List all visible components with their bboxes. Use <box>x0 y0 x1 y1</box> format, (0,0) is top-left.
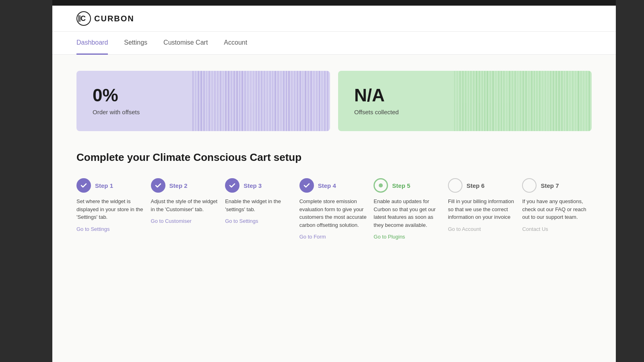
step-link-7[interactable]: Contact Us <box>522 226 592 232</box>
step-item-1: Step 1 Set where the widget is displayed… <box>76 178 146 232</box>
step-icon-2 <box>151 178 165 193</box>
step-desc-2: Adjust the style of the widget in the 'C… <box>151 197 221 213</box>
step-desc-7: If you have any questions, check out our… <box>522 197 592 221</box>
logo-icon: C <box>76 11 91 26</box>
stat-card-offsets: N/A Offsets collected <box>338 71 592 131</box>
step-desc-1: Set where the widget is displayed in you… <box>76 197 146 221</box>
checkmark-icon-1 <box>80 182 87 189</box>
step-label-5: Step 5 <box>392 182 410 189</box>
nav-item-customise-cart[interactable]: Customise Cart <box>163 32 208 55</box>
step-label-1: Step 1 <box>95 182 113 189</box>
step-item-7: Step 7 If you have any questions, check … <box>522 178 592 232</box>
step-link-3[interactable]: Go to Settings <box>225 218 295 224</box>
step-link-6[interactable]: Go to Account <box>448 226 518 232</box>
nav: Dashboard Settings Customise Cart Accoun… <box>52 32 616 55</box>
stats-row: 0% Order with offsets N/A Offsets collec… <box>76 71 592 131</box>
step-header-7: Step 7 <box>522 178 592 193</box>
app-container: C CURBON Dashboard Settings Customise Ca… <box>52 0 616 362</box>
main-content: 0% Order with offsets N/A Offsets collec… <box>52 55 616 256</box>
step-icon-4 <box>299 178 314 193</box>
nav-item-dashboard[interactable]: Dashboard <box>76 32 108 55</box>
step-desc-6: Fill in your billing information so that… <box>448 197 518 221</box>
stat-label-offsets: Offsets collected <box>354 109 576 115</box>
step-icon-7 <box>522 178 537 193</box>
step-header-6: Step 6 <box>448 178 518 193</box>
stat-value-offsets: N/A <box>354 85 576 105</box>
checkmark-icon-3 <box>229 182 236 189</box>
step-label-3: Step 3 <box>244 182 262 189</box>
logo-text: CURBON <box>94 14 134 23</box>
step-label-6: Step 6 <box>466 182 485 189</box>
step-desc-4: Complete store emission evaluation form … <box>299 197 369 229</box>
step-header-4: Step 4 <box>299 178 369 193</box>
stat-card-orders: 0% Order with offsets <box>76 71 330 131</box>
stat-label-orders: Order with offsets <box>93 109 314 115</box>
step-link-1[interactable]: Go to Settings <box>76 226 146 232</box>
setup-section: Complete your Climate Conscious Cart set… <box>76 151 592 240</box>
step-item-5: Step 5 Enable auto updates for Curbon so… <box>374 178 443 240</box>
svg-text:C: C <box>80 14 86 23</box>
top-bar <box>52 0 616 6</box>
step-header-5: Step 5 <box>374 178 443 193</box>
step-link-5[interactable]: Go to Plugins <box>374 234 443 240</box>
setup-title: Complete your Climate Conscious Cart set… <box>76 151 592 164</box>
checkmark-icon-4 <box>303 182 310 189</box>
nav-item-account[interactable]: Account <box>224 32 247 55</box>
step-item-4: Step 4 Complete store emission evaluatio… <box>299 178 369 240</box>
checkmark-icon-2 <box>155 182 162 189</box>
step-label-4: Step 4 <box>318 182 336 189</box>
step-label-7: Step 7 <box>541 182 559 189</box>
step-icon-3 <box>225 178 239 193</box>
header: C CURBON <box>52 6 616 32</box>
step-item-3: Step 3 Enable the widget in the 'setting… <box>225 178 295 224</box>
step-header-3: Step 3 <box>225 178 295 193</box>
stat-value-orders: 0% <box>93 85 314 105</box>
step-header-1: Step 1 <box>76 178 146 193</box>
step-item-2: Step 2 Adjust the style of the widget in… <box>151 178 221 224</box>
step-icon-6 <box>448 178 462 193</box>
step-item-6: Step 6 Fill in your billing information … <box>448 178 518 232</box>
nav-item-settings[interactable]: Settings <box>124 32 147 55</box>
step-desc-5: Enable auto updates for Curbon so that y… <box>374 197 443 229</box>
step-label-2: Step 2 <box>169 182 188 189</box>
step-link-4[interactable]: Go to Form <box>299 234 369 240</box>
steps-row: Step 1 Set where the widget is displayed… <box>76 178 592 240</box>
step-icon-5 <box>374 178 388 193</box>
step-icon-1 <box>76 178 91 193</box>
step-link-2[interactable]: Go to Customiser <box>151 218 221 224</box>
step-desc-3: Enable the widget in the 'settings' tab. <box>225 197 295 213</box>
logo: C CURBON <box>76 11 134 26</box>
step-header-2: Step 2 <box>151 178 221 193</box>
